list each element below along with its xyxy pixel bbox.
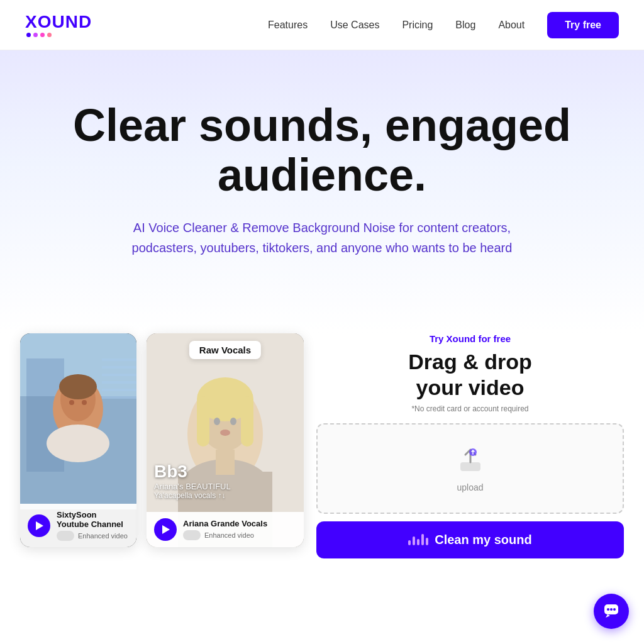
hero-section: Clear sounds, engaged audience. AI Voice… [0, 50, 644, 333]
clean-sound-button[interactable]: Clean my sound [316, 521, 624, 558]
svg-point-8 [47, 425, 109, 462]
upload-text: upload [330, 482, 610, 492]
logo-dots [25, 33, 52, 37]
play-icon-1 [36, 521, 43, 530]
svg-rect-12 [102, 381, 136, 384]
logo-dot-3 [40, 33, 45, 37]
toggle-2[interactable] [183, 530, 201, 540]
overlay-text: Bb3 Ariana's BEAUTIFUL Ya'acapella vocal… [154, 462, 296, 500]
no-cc-note: *No credit card or account required [316, 404, 624, 413]
upload-icon-wrap [330, 445, 610, 477]
svg-point-24 [220, 430, 230, 436]
svg-rect-30 [604, 604, 618, 609]
svg-point-6 [69, 400, 74, 405]
nav-use-cases[interactable]: Use Cases [330, 19, 379, 31]
svg-rect-10 [102, 366, 136, 369]
bar-4 [421, 534, 424, 545]
clean-label: Clean my sound [435, 533, 531, 547]
overlay-sub2: Ya'acapella vocals ↑↓ [154, 491, 296, 500]
navbar: XOUND Features Use Cases Pricing Blog Ab… [0, 0, 644, 50]
video-card-1: SixtySoon Youtube Channel Enhanced video [20, 333, 136, 547]
svg-point-5 [59, 374, 97, 399]
svg-point-7 [82, 400, 87, 405]
nav-features[interactable]: Features [268, 19, 308, 31]
svg-rect-9 [102, 358, 136, 361]
upload-widget: Try Xound for free Drag & drop your vide… [316, 333, 624, 558]
overlay-sub1: Ariana's BEAUTIFUL [154, 482, 296, 491]
svg-rect-28 [460, 462, 480, 471]
overlay-note: Bb3 [154, 462, 296, 482]
card-info-2: Ariana Grande Vocals Enhanced video [183, 519, 296, 540]
enhanced-label-1: Enhanced video [78, 532, 128, 540]
svg-point-23 [230, 418, 236, 425]
drag-drop-title: Drag & drop your video [316, 349, 624, 401]
svg-rect-13 [102, 389, 136, 391]
nav-blog[interactable]: Blog [455, 19, 475, 31]
chat-icon [602, 602, 620, 609]
svg-rect-20 [197, 396, 209, 447]
enhanced-row-1: Enhanced video [57, 531, 129, 541]
svg-rect-11 [102, 374, 136, 376]
enhanced-row-2: Enhanced video [183, 530, 296, 540]
card-footer-2: Ariana Grande Vocals Enhanced video [147, 512, 304, 547]
try-free-button[interactable]: Try free [547, 12, 619, 38]
hero-subtitle: AI Voice Cleaner & Remove Background Noi… [102, 218, 542, 258]
nav-links: Features Use Cases Pricing Blog About Tr… [268, 12, 619, 38]
bar-5 [426, 538, 428, 545]
logo[interactable]: XOUND [25, 13, 92, 37]
try-free-label: Try Xound for free [316, 333, 624, 344]
card-title-1: SixtySoon Youtube Channel [57, 510, 129, 529]
play-button-2[interactable] [154, 518, 177, 541]
bar-3 [417, 539, 419, 545]
logo-dot-2 [33, 33, 38, 37]
hero-title: Clear sounds, engaged audience. [39, 101, 605, 200]
play-icon-2 [162, 525, 170, 534]
logo-text: XOUND [25, 13, 92, 31]
nav-about[interactable]: About [498, 19, 525, 31]
svg-rect-14 [102, 396, 136, 399]
upload-dropzone[interactable]: upload [316, 423, 624, 514]
card-title-2: Ariana Grande Vocals [183, 519, 296, 528]
svg-point-22 [214, 418, 220, 425]
toggle-1[interactable] [57, 531, 74, 541]
upload-icon [455, 445, 486, 475]
bar-1 [408, 540, 411, 545]
logo-dot-4 [47, 33, 52, 37]
card-footer-1: SixtySoon Youtube Channel Enhanced video [20, 504, 136, 547]
video-cards: SixtySoon Youtube Channel Enhanced video… [20, 333, 304, 547]
bar-2 [413, 536, 415, 545]
nav-pricing[interactable]: Pricing [402, 19, 433, 31]
logo-dot-1 [26, 33, 31, 37]
clean-icon [408, 534, 428, 545]
raw-vocals-badge: Raw Vocals [189, 341, 261, 359]
play-button-1[interactable] [28, 514, 50, 537]
demo-section: SixtySoon Youtube Channel Enhanced video… [1, 333, 643, 609]
enhanced-label-2: Enhanced video [204, 531, 254, 539]
video-card-2: Raw Vocals [147, 333, 304, 547]
svg-rect-21 [241, 396, 253, 447]
card-info-1: SixtySoon Youtube Channel Enhanced video [57, 510, 129, 541]
